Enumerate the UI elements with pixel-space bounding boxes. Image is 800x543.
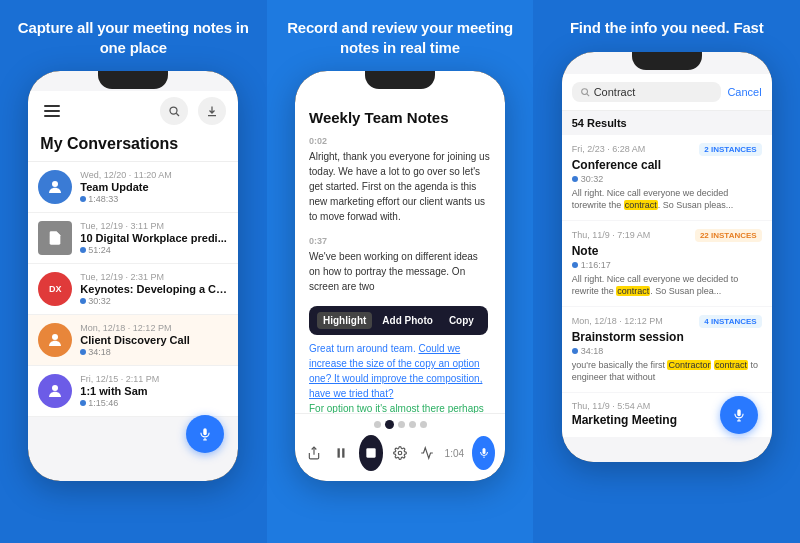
panel2-title: Record and review your meeting notes in … — [277, 18, 524, 57]
transcript-area: Weekly Team Notes 0:02 Alright, thank yo… — [295, 93, 505, 425]
topbar-1 — [28, 91, 238, 129]
share-icon[interactable] — [305, 439, 324, 467]
result-duration: 30:32 — [572, 174, 762, 184]
svg-rect-5 — [204, 428, 208, 435]
svg-point-12 — [399, 451, 403, 455]
conv-date: Mon, 12/18 · 12:12 PM — [80, 323, 228, 333]
svg-line-1 — [177, 113, 180, 116]
duration-dot — [80, 196, 86, 202]
phone-frame-3: Contract Cancel 54 Results Fri, 2/23 · 6… — [562, 52, 772, 462]
panel-conversations: Capture all your meeting notes in one pl… — [0, 0, 267, 543]
conv-date: Fri, 12/15 · 2:11 PM — [80, 374, 228, 384]
playback-controls: 1:04 — [295, 413, 505, 481]
topbar-icons — [160, 97, 226, 125]
conv-body: Wed, 12/20 · 11:20 AM Team Update 1:48:3… — [80, 170, 228, 204]
avatar — [38, 323, 72, 357]
copy-button[interactable]: Copy — [443, 312, 480, 329]
result-text: All right. Nice call everyone we decided… — [572, 187, 762, 212]
duration-dot — [80, 247, 86, 253]
duration-dot — [80, 400, 86, 406]
hamburger-menu[interactable] — [40, 101, 64, 121]
conversations-title: My Conversations — [40, 135, 226, 153]
svg-rect-17 — [737, 409, 741, 416]
progress-dot — [398, 421, 405, 428]
search-input[interactable]: Contract — [572, 82, 722, 102]
progress-dot — [409, 421, 416, 428]
list-item[interactable]: DX Tue, 12/19 · 2:31 PM Keynotes: Develo… — [28, 264, 238, 315]
conv-title: Client Discovery Call — [80, 334, 228, 346]
transcript-text: We've been working on different ideas on… — [309, 249, 491, 294]
phone-screen-1: My Conversations Wed, 12/20 · 11:20 AM T… — [28, 71, 238, 481]
result-date: Mon, 12/18 · 12:12 PM 4 INSTANCES — [572, 315, 762, 328]
conv-body: Tue, 12/19 · 3:11 PM 10 Digital Workplac… — [80, 221, 228, 255]
list-item[interactable]: Wed, 12/20 · 11:20 AM Team Update 1:48:3… — [28, 162, 238, 213]
list-item[interactable]: Mon, 12/18 · 12:12 PM Client Discovery C… — [28, 315, 238, 366]
record-mic-button[interactable] — [472, 436, 495, 470]
avatar — [38, 374, 72, 408]
result-duration: 1:16:17 — [572, 260, 762, 270]
conv-title: 10 Digital Workplace predi... — [80, 232, 228, 244]
duration-dot — [80, 298, 86, 304]
avatar: DX — [38, 272, 72, 306]
result-title: Brainstorm session — [572, 330, 762, 344]
result-badge: 22 INSTANCES — [695, 229, 762, 242]
progress-dot — [420, 421, 427, 428]
search-result-item[interactable]: Thu, 11/9 · 7:19 AM 22 INSTANCES Note 1:… — [562, 221, 772, 306]
avatar — [38, 170, 72, 204]
transcript-text: Alright, thank you everyone for joining … — [309, 149, 491, 224]
result-badge: 4 INSTANCES — [699, 315, 761, 328]
search-icon[interactable] — [160, 97, 188, 125]
settings-icon[interactable] — [391, 439, 410, 467]
add-photo-button[interactable]: Add Photo — [376, 312, 439, 329]
conv-duration: 1:48:33 — [80, 194, 228, 204]
phone-notch-3 — [632, 52, 702, 70]
svg-point-4 — [52, 385, 58, 391]
transcript-block: 0:37 We've been working on different ide… — [309, 236, 491, 294]
avatar — [38, 221, 72, 255]
controls-row: 1:04 — [305, 435, 495, 471]
result-text: All right. Nice call everyone we decided… — [572, 273, 762, 298]
conv-body: Tue, 12/19 · 2:31 PM Keynotes: Developin… — [80, 272, 228, 306]
result-date: Fri, 2/23 · 6:28 AM 2 INSTANCES — [572, 143, 762, 156]
stop-button[interactable] — [359, 435, 383, 471]
search-result-item[interactable]: Mon, 12/18 · 12:12 PM 4 INSTANCES Brains… — [562, 307, 772, 392]
conv-body: Mon, 12/18 · 12:12 PM Client Discovery C… — [80, 323, 228, 357]
result-text: you're basically the first Contractor co… — [572, 359, 762, 384]
list-item[interactable]: Tue, 12/19 · 3:11 PM 10 Digital Workplac… — [28, 213, 238, 264]
waveform-icon[interactable] — [418, 439, 437, 467]
meeting-title: Weekly Team Notes — [309, 109, 491, 126]
svg-point-2 — [52, 181, 58, 187]
mic-button[interactable] — [186, 415, 224, 453]
search-bar: Contract Cancel — [562, 74, 772, 111]
conversation-list: Wed, 12/20 · 11:20 AM Team Update 1:48:3… — [28, 162, 238, 417]
phone-frame-1: My Conversations Wed, 12/20 · 11:20 AM T… — [28, 71, 238, 481]
svg-point-0 — [170, 107, 177, 114]
result-badge: 2 INSTANCES — [699, 143, 761, 156]
conv-title: Team Update — [80, 181, 228, 193]
phone-screen-3: Contract Cancel 54 Results Fri, 2/23 · 6… — [562, 52, 772, 462]
highlight-button[interactable]: Highlight — [317, 312, 372, 329]
phone-frame-2: Weekly Team Notes 0:02 Alright, thank yo… — [295, 71, 505, 481]
phone-notch-2 — [365, 71, 435, 89]
progress-dot-active — [385, 420, 394, 429]
conversations-header: My Conversations — [28, 129, 238, 162]
cancel-button[interactable]: Cancel — [727, 86, 761, 98]
progress-dot — [374, 421, 381, 428]
phone-screen-2: Weekly Team Notes 0:02 Alright, thank yo… — [295, 71, 505, 481]
conv-title: Keynotes: Developing a Cu... — [80, 283, 228, 295]
svg-rect-13 — [482, 448, 485, 454]
conv-duration: 30:32 — [80, 296, 228, 306]
conv-body: Fri, 12/15 · 2:11 PM 1:1 with Sam 1:15:4… — [80, 374, 228, 408]
list-item[interactable]: Fri, 12/15 · 2:11 PM 1:1 with Sam 1:15:4… — [28, 366, 238, 417]
svg-point-3 — [52, 334, 58, 340]
download-icon[interactable] — [198, 97, 226, 125]
search-result-item[interactable]: Fri, 2/23 · 6:28 AM 2 INSTANCES Conferen… — [562, 135, 772, 220]
duration-dot — [80, 349, 86, 355]
conv-title: 1:1 with Sam — [80, 385, 228, 397]
svg-rect-9 — [338, 448, 340, 457]
pause-button[interactable] — [332, 439, 351, 467]
action-popup: Highlight Add Photo Copy — [309, 306, 488, 335]
mic-button[interactable] — [720, 396, 758, 434]
conv-date: Wed, 12/20 · 11:20 AM — [80, 170, 228, 180]
result-title: Note — [572, 244, 762, 258]
